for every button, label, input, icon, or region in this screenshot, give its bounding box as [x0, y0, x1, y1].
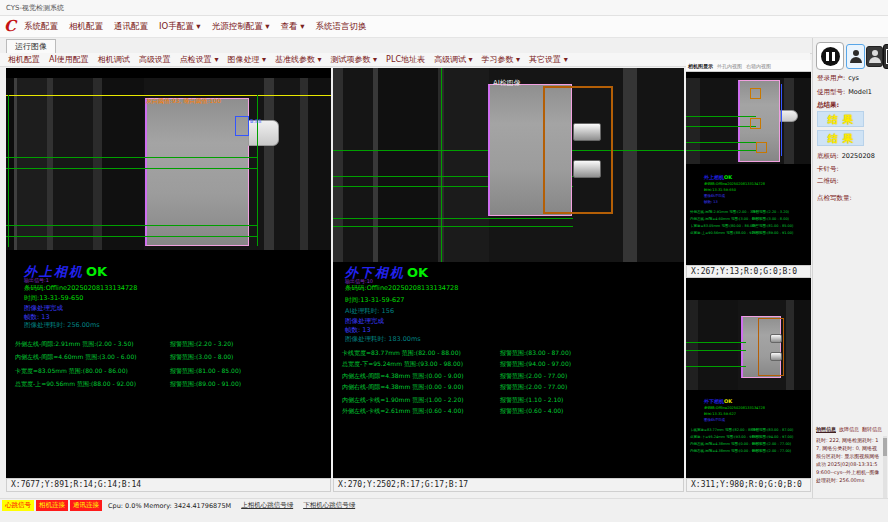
- toolbar-item-image-processing[interactable]: 图像处理 ▾: [227, 54, 266, 65]
- roi-box-mini: [750, 118, 761, 129]
- upper-camera-heartbeat-link[interactable]: 上相机心跳信号绿: [241, 501, 293, 510]
- measurement-row: 内侧左线-间隙=4.38mm 范围:(0.00 - 9.00) 报警范围:(2.…: [333, 372, 684, 382]
- toolbar-item-learn-params[interactable]: 学习参数 ▾: [482, 54, 521, 65]
- status-line: 图像处理完成: [24, 304, 63, 313]
- camera-panel-lower: AI检图像 外下相机OK 输出信号:10 条码码:Offline20250208…: [333, 68, 684, 478]
- roi-box: [235, 116, 249, 136]
- operator-mode-button[interactable]: [866, 46, 883, 67]
- ai-roi-rectangle: [543, 86, 613, 214]
- pixel-coordinates-thumb2: X:311;Y:980;R:0;G:0;B:0: [686, 478, 811, 492]
- signal-line: 输出信号:1: [24, 277, 49, 283]
- measure-line-vertical: [441, 68, 442, 262]
- measure-line: [6, 157, 258, 158]
- measure-line: [333, 226, 573, 227]
- time-line: 时间:13-31-59-650: [24, 294, 83, 303]
- info-tab-photo[interactable]: 拍照信息: [816, 426, 836, 432]
- cpu-memory-status: Cpu: 0.0% Memory: 3424.41796875M: [108, 502, 231, 510]
- pause-icon: [821, 47, 840, 66]
- result-box-upper: 结果: [817, 111, 864, 127]
- camera-result-header-mini: 外上相机OK: [704, 174, 732, 180]
- login-user-label: 登录用户:: [817, 74, 845, 82]
- exit-button[interactable]: [883, 44, 888, 69]
- alarm-range: 报警范围:(94.00 - 97.00): [500, 360, 571, 369]
- menu-item-view[interactable]: 查看 ▾: [281, 21, 305, 33]
- alarm-range: 报警范围:(2.00 - 77.00): [500, 372, 567, 381]
- frame-line-mini: 帧数: 13: [704, 200, 718, 204]
- alarm-range: 报警范围:(2.00 - 77.00): [500, 383, 567, 392]
- pixel-coordinates-thumb1: X:267;Y:13;R:0;G:0;B:0: [686, 265, 811, 278]
- pixel-coordinates-lower: X:270;Y:2502;R:17;G:17;B:17: [333, 478, 684, 492]
- alarm-range: 报警范围:(3.00 - 8.00): [170, 353, 233, 362]
- alarm-range: 报警范围:(1.10 - 2.10): [500, 396, 563, 405]
- window-titlebar[interactable]: CYS-视觉检测系统: [0, 0, 888, 16]
- menu-item-io-config[interactable]: IO手配置 ▾: [159, 21, 201, 33]
- alarm-range: 报警范围:(83.00 - 87.00): [500, 349, 571, 358]
- barcode-line: 条码码:Offline20250208133134728: [345, 284, 458, 293]
- tab-strip: 运行图像: [0, 38, 888, 54]
- thumbnail-upper-camera[interactable]: 外上相机OK 条码码:Offline20250208133134728 时间:1…: [686, 72, 811, 265]
- toolbar-item-other-settings[interactable]: 其它设置 ▾: [529, 54, 568, 65]
- comm-connection-badge: 通讯连接: [70, 500, 102, 511]
- toolbar-item-advanced-debug[interactable]: 高级调试 ▾: [434, 54, 473, 65]
- camera-panel-upper: 灰白阈值:93, 哑白阈值:100 B:88 外上相机OK 输出信号:1 条码码…: [6, 68, 331, 478]
- lower-camera-heartbeat-link[interactable]: 下相机心跳信号绿: [303, 501, 355, 510]
- camera-view-lower[interactable]: AI检图像: [333, 68, 684, 262]
- thumb-tab-right-view[interactable]: 右箱内视图: [746, 63, 771, 69]
- menu-item-system-config[interactable]: 系统配置: [24, 21, 58, 33]
- camera-view-upper[interactable]: 灰白阈值:93, 哑白阈值:100 B:88: [6, 78, 331, 250]
- model-label: 使用型号:: [817, 88, 845, 96]
- metal-clip: [573, 123, 601, 141]
- status-line-mini: 图像处理完成: [704, 418, 725, 422]
- info-tab-flip[interactable]: 翻转信息: [862, 426, 882, 432]
- toolbar-item-spotcheck[interactable]: 点检设置 ▾: [180, 54, 219, 65]
- time-line-mini: 时间:13-31-59-650: [704, 188, 736, 192]
- thumb-tab-camera-view[interactable]: 相机图显示: [688, 63, 713, 69]
- toolbar-item-camera-debug[interactable]: 相机调试: [98, 54, 130, 65]
- info-tab-fault[interactable]: 故障信息: [839, 426, 859, 432]
- measurement-value: 总宽度-下=95.24mm 范围:(93.00 - 98.00): [342, 360, 463, 369]
- toolbar-item-test-params[interactable]: 测试项参数 ▾: [331, 54, 378, 65]
- event-log[interactable]: 耗时: 222, 网络检测耗时: 17, 网络分类耗时: 0, 网络视频分区耗时…: [816, 436, 881, 498]
- alarm-range: 报警范围:(0.60 - 4.00): [500, 407, 563, 416]
- alarm-range: 报警范围:(81.00 - 85.00): [170, 367, 241, 376]
- measurement-row: 卡线宽度=83.77mm 范围:(82.00 - 88.00) 报警范围:(83…: [333, 349, 684, 359]
- thumbnail-lower-camera[interactable]: 外下相机OK 条码码:Offline20250208133134728 时间:1…: [686, 278, 811, 478]
- pause-button[interactable]: [816, 42, 844, 70]
- measurement-value: 内侧左线-卡线=1.90mm 范围:(1.00 - 2.20): [342, 396, 464, 405]
- toolbar-item-advanced-settings[interactable]: 高级设置: [139, 54, 171, 65]
- user-login-button[interactable]: [846, 44, 865, 69]
- toolbar-item-ai-config[interactable]: AI使用配置: [49, 54, 89, 65]
- thumb-tab-outer-view[interactable]: 外孔内视图: [717, 63, 742, 69]
- measurement-value: 卡线宽度=83.77mm 范围:(82.00 - 88.00): [342, 349, 461, 358]
- tab-run-image[interactable]: 运行图像: [6, 39, 56, 53]
- model-value[interactable]: Model1: [848, 88, 872, 96]
- toolbar-item-plc-table[interactable]: PLC地址表: [386, 54, 425, 65]
- barcode-line-mini: 条码码:Offline20250208133134728: [704, 182, 765, 186]
- result-ok: OK: [86, 264, 107, 279]
- measurement-value: 内侧右线-间隙=4.38mm 范围:(0.00 - 9.00): [342, 383, 464, 392]
- measurement-value: 外侧左线-间隙:2.91mm 范围:(2.00 - 3.50): [15, 340, 134, 349]
- metal-clip: [573, 160, 601, 178]
- menu-item-light-config[interactable]: 光源控制配置 ▾: [212, 21, 270, 33]
- app-window: CYS-视觉检测系统 C 系统配置 相机配置 通讯配置 IO手配置 ▾ 光源控制…: [0, 0, 888, 522]
- measurement-row: 内侧右线-间隙=4.38mm 范围:(0.00 - 9.00) 报警范围:(2.…: [333, 383, 684, 393]
- toolbar-item-camera-config[interactable]: 相机配置: [8, 54, 40, 65]
- info-tabs: 拍照信息 故障信息 翻转信息: [816, 426, 886, 432]
- alarm-range: 报警范围:(89.00 - 91.00): [170, 380, 241, 389]
- pin-number-label: 卡针号:: [817, 165, 887, 174]
- app-logo-icon: C: [4, 19, 16, 34]
- menu-item-comm-config[interactable]: 通讯配置: [114, 21, 148, 33]
- menu-item-language[interactable]: 系统语言切换: [316, 21, 367, 33]
- elapsed-line: 图像处理耗时: 256.00ms: [24, 321, 100, 330]
- threshold-label: 灰白阈值:93, 哑白阈值:100: [146, 97, 221, 106]
- toolbar-item-baseline-params[interactable]: 基准线参数 ▾: [275, 54, 322, 65]
- result-ok: OK: [407, 265, 428, 280]
- thumbnail-tabs: 相机图显示 外孔内视图 右箱内视图: [686, 60, 811, 72]
- log-scrollbar[interactable]: [883, 436, 887, 498]
- login-user-value[interactable]: cys: [848, 74, 859, 82]
- roi-box-mini: [750, 88, 761, 99]
- menu-item-camera-config[interactable]: 相机配置: [69, 21, 103, 33]
- control-sidebar: 登录用户:cys 使用型号:Model1 总结果: 结果 结果 底板码:2025…: [812, 38, 888, 498]
- measure-line: [333, 218, 573, 219]
- measure-line: [6, 236, 258, 237]
